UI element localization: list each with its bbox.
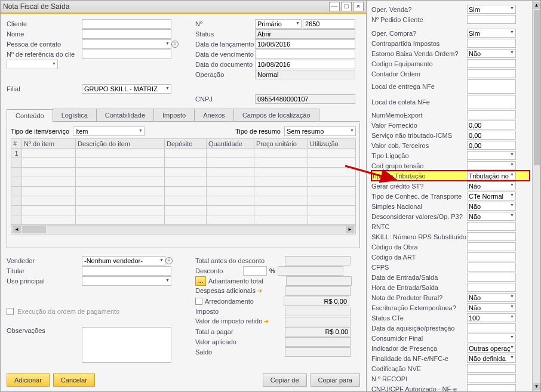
- grid-cell[interactable]: [207, 187, 254, 196]
- side-field[interactable]: [467, 95, 516, 109]
- side-field[interactable]: [467, 171, 516, 180]
- no-ref-field[interactable]: [82, 50, 171, 59]
- grid-cell[interactable]: [254, 187, 308, 196]
- grid-cell[interactable]: [207, 215, 254, 225]
- side-field[interactable]: [467, 232, 516, 241]
- grid-cell[interactable]: [165, 196, 207, 206]
- grid-cell[interactable]: [308, 196, 356, 206]
- pessoa-contato-select[interactable]: [82, 39, 171, 49]
- grid-cell[interactable]: [11, 215, 22, 225]
- close-button[interactable]: ×: [353, 2, 364, 11]
- grid-cell[interactable]: [11, 158, 22, 168]
- arred-checkbox[interactable]: [195, 298, 202, 305]
- grid-cell[interactable]: [22, 177, 76, 187]
- side-field[interactable]: [467, 161, 516, 170]
- grid-cell[interactable]: [11, 206, 22, 215]
- grid-cell[interactable]: [207, 168, 254, 177]
- grid-cell[interactable]: [254, 158, 308, 168]
- grid-cell[interactable]: [254, 177, 308, 187]
- grid-cell[interactable]: [308, 187, 356, 196]
- tab-anexos[interactable]: Anexos: [194, 109, 234, 121]
- no-type-select[interactable]: [255, 19, 302, 29]
- grid-cell[interactable]: [22, 149, 76, 158]
- side-field[interactable]: [467, 374, 516, 383]
- scroll-thumb[interactable]: [534, 10, 540, 165]
- side-field[interactable]: [467, 384, 516, 391]
- adicionar-button[interactable]: Adicionar: [7, 374, 50, 387]
- side-field[interactable]: [467, 110, 516, 119]
- nome-field[interactable]: [82, 29, 171, 39]
- grid-cell[interactable]: [165, 177, 207, 187]
- side-field[interactable]: [467, 323, 516, 332]
- titular-field[interactable]: [82, 266, 171, 276]
- grid-cell[interactable]: [165, 149, 207, 158]
- side-scrollbar[interactable]: ▲ ▼: [532, 1, 540, 391]
- grid-cell[interactable]: [207, 158, 254, 168]
- grid-cell[interactable]: [308, 168, 356, 177]
- grid-cell[interactable]: [11, 168, 22, 177]
- grid-cell[interactable]: [76, 149, 165, 158]
- grid-cell[interactable]: 1: [11, 149, 22, 158]
- grid-cell[interactable]: [76, 177, 165, 187]
- grid-cell[interactable]: [308, 215, 356, 225]
- uso-select[interactable]: [82, 276, 171, 286]
- grid-cell[interactable]: [254, 196, 308, 206]
- side-field[interactable]: [467, 151, 516, 160]
- adiantamento-button[interactable]: ...: [195, 276, 206, 286]
- grid-cell[interactable]: [207, 177, 254, 187]
- grid-cell[interactable]: [22, 168, 76, 177]
- copiar-de-button[interactable]: Copiar de: [263, 374, 307, 387]
- side-field[interactable]: [467, 202, 516, 211]
- copiar-para-button[interactable]: Copiar para: [311, 374, 360, 387]
- side-field[interactable]: [467, 354, 516, 363]
- tab-logistica[interactable]: Logística: [53, 109, 97, 121]
- grid-cell[interactable]: [165, 215, 207, 225]
- filial-select[interactable]: [82, 84, 171, 94]
- grid-cell[interactable]: [254, 149, 308, 158]
- side-field[interactable]: [467, 29, 516, 38]
- grid-cell[interactable]: [22, 206, 76, 215]
- grid-cell[interactable]: [308, 177, 356, 187]
- grid-cell[interactable]: [207, 149, 254, 158]
- side-field[interactable]: [467, 5, 516, 14]
- grid-cell[interactable]: [308, 158, 356, 168]
- grid-cell[interactable]: [308, 206, 356, 215]
- side-field[interactable]: [467, 334, 516, 342]
- grid-cell[interactable]: [22, 158, 76, 168]
- grid-cell[interactable]: [11, 177, 22, 187]
- grid-cell[interactable]: [11, 196, 22, 206]
- tipo-item-select[interactable]: [73, 126, 145, 136]
- grid-cell[interactable]: [165, 206, 207, 215]
- cancelar-button[interactable]: Cancelar: [53, 374, 95, 387]
- side-field[interactable]: [467, 69, 516, 78]
- grid-cell[interactable]: [76, 158, 165, 168]
- side-field[interactable]: [467, 273, 516, 282]
- side-field[interactable]: [467, 181, 516, 190]
- side-field[interactable]: [467, 313, 516, 322]
- side-field[interactable]: [467, 283, 516, 292]
- cliente-field[interactable]: [82, 19, 171, 29]
- grid-header[interactable]: Depósito: [165, 139, 207, 149]
- grid-cell[interactable]: [254, 168, 308, 177]
- grid-header[interactable]: #: [11, 139, 22, 149]
- grid-cell[interactable]: [254, 206, 308, 215]
- minimize-button[interactable]: —: [329, 2, 340, 11]
- grid-header[interactable]: Preço unitário: [254, 139, 308, 149]
- obs-field[interactable]: [82, 327, 171, 363]
- scroll-up-icon[interactable]: ▲: [533, 2, 540, 9]
- side-field[interactable]: [467, 49, 516, 58]
- grid-header[interactable]: Quantidade: [207, 139, 254, 149]
- no-value-field[interactable]: [303, 19, 355, 29]
- vendedor-select[interactable]: [82, 256, 165, 266]
- tab-contabilidade[interactable]: Contabilidade: [96, 109, 154, 121]
- grid-cell[interactable]: [22, 215, 76, 225]
- grid-cell[interactable]: [76, 196, 165, 206]
- grid-cell[interactable]: [165, 168, 207, 177]
- side-field[interactable]: [467, 263, 516, 271]
- grid-header[interactable]: Utilização: [308, 139, 356, 149]
- tab-campos-localizacao[interactable]: Campos de localização: [233, 109, 319, 121]
- exec-checkbox[interactable]: [7, 308, 14, 315]
- scroll-down-icon[interactable]: ▼: [533, 383, 540, 390]
- grid-cell[interactable]: [76, 168, 165, 177]
- desconto-pct-field[interactable]: [243, 266, 267, 276]
